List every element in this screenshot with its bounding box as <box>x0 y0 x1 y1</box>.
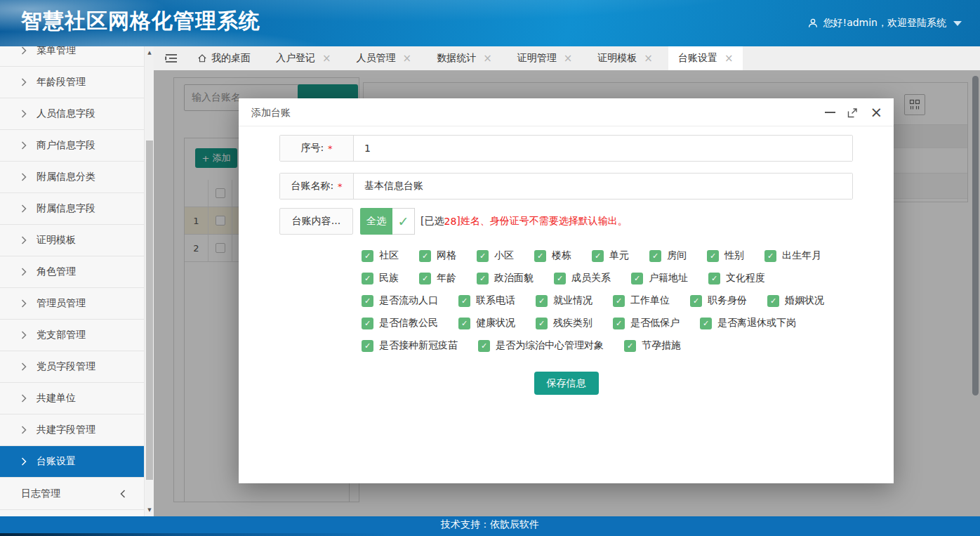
checkbox-checked-icon[interactable]: ✓ <box>700 318 712 329</box>
checkbox-checked-icon[interactable]: ✓ <box>362 340 373 352</box>
sidebar-item-age-group-manage[interactable]: 年龄段管理 <box>0 67 144 98</box>
checkbox-item[interactable]: ✓是否离退休或下岗 <box>700 317 796 329</box>
checkbox-checked-icon[interactable]: ✓ <box>477 250 489 262</box>
sidebar-item-attach-info-class[interactable]: 附属信息分类 <box>0 162 144 193</box>
checkbox-checked-icon[interactable]: ✓ <box>458 295 470 307</box>
checkbox-item[interactable]: ✓单元 <box>592 249 629 262</box>
checkbox-checked-icon[interactable]: ✓ <box>690 295 702 307</box>
checkbox-checked-icon[interactable]: ✓ <box>624 340 636 352</box>
checkbox-checked-icon[interactable]: ✓ <box>631 273 643 285</box>
checkbox-checked-icon[interactable]: ✓ <box>536 295 548 307</box>
tab-my-desktop[interactable]: 我的桌面 <box>187 46 260 70</box>
checkbox-item[interactable]: ✓房间 <box>649 249 687 262</box>
serial-number-input[interactable] <box>354 136 852 161</box>
tab-ledger-settings[interactable]: 台账设置× <box>668 46 743 70</box>
sidebar-item-person-info-field[interactable]: 人员信息字段 <box>0 98 144 130</box>
app-footer: 技术支持：依歆辰软件 <box>0 516 980 536</box>
scroll-down-icon[interactable]: ▼ <box>145 507 154 513</box>
checkbox-item[interactable]: ✓节孕措施 <box>624 339 681 352</box>
tab-cert-template[interactable]: 证明模板× <box>588 46 663 70</box>
checkbox-checked-icon[interactable]: ✓ <box>554 273 566 285</box>
checkbox-item[interactable]: ✓健康状况 <box>458 317 515 329</box>
sidebar-item-merchant-info-field[interactable]: 商户信息字段 <box>0 130 144 162</box>
checkbox-checked-icon[interactable]: ✓ <box>613 295 625 307</box>
checkbox-item[interactable]: ✓职务身份 <box>690 294 747 307</box>
checkbox-item[interactable]: ✓楼栋 <box>534 249 571 262</box>
checkbox-item[interactable]: ✓残疾类别 <box>536 317 592 329</box>
checkbox-item[interactable]: ✓网格 <box>419 249 456 262</box>
checkbox-checked-icon[interactable]: ✓ <box>362 273 373 285</box>
close-icon[interactable]: × <box>870 105 882 120</box>
checkbox-item[interactable]: ✓民族 <box>362 272 399 285</box>
collapse-sidebar-button[interactable] <box>154 46 187 70</box>
checkbox-item[interactable]: ✓是否为综治中心管理对象 <box>478 339 604 352</box>
checkbox-item[interactable]: ✓出生年月 <box>764 249 821 262</box>
tab-entry-register[interactable]: 入户登记× <box>266 46 341 70</box>
close-tab-icon[interactable]: × <box>564 53 573 64</box>
checkbox-checked-icon[interactable]: ✓ <box>592 250 604 262</box>
checkbox-checked-icon[interactable]: ✓ <box>707 250 719 262</box>
tab-statistics[interactable]: 数据统计× <box>427 46 502 70</box>
sidebar-item-attach-info-field[interactable]: 附属信息字段 <box>0 193 144 225</box>
checkbox-checked-icon[interactable]: ✓ <box>708 273 720 285</box>
checkbox-checked-icon[interactable]: ✓ <box>536 318 548 329</box>
user-menu[interactable]: 您好!admin，欢迎登陆系统 <box>807 0 962 46</box>
checkbox-item[interactable]: ✓婚姻状况 <box>767 294 824 307</box>
checkbox-checked-icon[interactable]: ✓ <box>362 250 373 262</box>
checkbox-item[interactable]: ✓文化程度 <box>708 272 765 285</box>
checkbox-checked-icon[interactable]: ✓ <box>649 250 661 262</box>
sidebar-item-log-manage[interactable]: 日志管理 <box>0 478 144 510</box>
sidebar-item-admin-manage[interactable]: 管理员管理 <box>0 288 144 320</box>
checkbox-checked-icon[interactable]: ✓ <box>478 340 490 352</box>
checkbox-checked-icon[interactable]: ✓ <box>477 273 489 285</box>
sidebar-item-co-build-unit[interactable]: 共建单位 <box>0 383 144 414</box>
checkbox-item[interactable]: ✓性别 <box>707 249 744 262</box>
checkbox-item[interactable]: ✓就业情况 <box>536 294 592 307</box>
sidebar-item-party-field-manage[interactable]: 党员字段管理 <box>0 351 144 383</box>
checkbox-item[interactable]: ✓小区 <box>477 249 514 262</box>
checkbox-item[interactable]: ✓户籍地址 <box>631 272 688 285</box>
sidebar-item-role-manage[interactable]: 角色管理 <box>0 256 144 288</box>
checkbox-item[interactable]: ✓是否流动人口 <box>362 294 438 307</box>
close-tab-icon[interactable]: × <box>644 53 653 64</box>
checkbox-checked-icon[interactable]: ✓ <box>613 318 625 329</box>
tab-cert-manage[interactable]: 证明管理× <box>508 46 583 70</box>
checkbox-item[interactable]: ✓成员关系 <box>554 272 611 285</box>
sidebar-item-ledger-settings[interactable]: 台账设置 <box>0 446 144 478</box>
close-tab-icon[interactable]: × <box>724 53 734 64</box>
select-all-checked-icon[interactable]: ✓ <box>392 208 415 235</box>
checkbox-item[interactable]: ✓是否信教公民 <box>362 317 438 329</box>
checkbox-checked-icon[interactable]: ✓ <box>534 250 546 262</box>
sidebar-item-party-branch[interactable]: 党支部管理 <box>0 320 144 351</box>
checkbox-checked-icon[interactable]: ✓ <box>458 318 470 329</box>
checkbox-item[interactable]: ✓是否接种新冠疫苗 <box>362 339 458 352</box>
close-tab-icon[interactable]: × <box>322 53 331 64</box>
checkbox-checked-icon[interactable]: ✓ <box>419 273 431 285</box>
minimize-icon[interactable] <box>825 112 835 113</box>
checkbox-item[interactable]: ✓社区 <box>362 249 399 262</box>
sidebar-item-menu-manage[interactable]: 菜单管理 <box>0 46 144 67</box>
checkbox-item[interactable]: ✓政治面貌 <box>477 272 534 285</box>
checkbox-checked-icon[interactable]: ✓ <box>362 318 373 329</box>
maximize-icon[interactable] <box>847 107 858 118</box>
save-button[interactable]: 保存信息 <box>534 372 599 395</box>
checkbox-item[interactable]: ✓是否低保户 <box>613 317 680 329</box>
select-all-button[interactable]: 全选 <box>360 208 392 235</box>
close-tab-icon[interactable]: × <box>483 53 492 64</box>
tab-bar: 我的桌面入户登记×人员管理×数据统计×证明管理×证明模板×台账设置× <box>154 46 980 70</box>
checkbox-item[interactable]: ✓工作单位 <box>613 294 670 307</box>
scroll-up-icon[interactable]: ▲ <box>145 50 154 55</box>
sidebar-scrollbar-thumb[interactable] <box>146 140 153 480</box>
tab-personnel[interactable]: 人员管理× <box>347 46 422 70</box>
sidebar-item-co-build-field[interactable]: 共建字段管理 <box>0 414 144 446</box>
ledger-name-input[interactable] <box>354 174 852 199</box>
close-tab-icon[interactable]: × <box>403 53 412 64</box>
checkbox-checked-icon[interactable]: ✓ <box>362 295 373 307</box>
checkbox-item[interactable]: ✓联系电话 <box>458 294 515 307</box>
sidebar-scrollbar[interactable]: ▲ ▼ <box>144 46 154 516</box>
sidebar-item-cert-template[interactable]: 证明模板 <box>0 225 144 256</box>
checkbox-checked-icon[interactable]: ✓ <box>419 250 431 262</box>
checkbox-checked-icon[interactable]: ✓ <box>767 295 779 307</box>
checkbox-checked-icon[interactable]: ✓ <box>764 250 776 262</box>
checkbox-item[interactable]: ✓年龄 <box>419 272 456 285</box>
